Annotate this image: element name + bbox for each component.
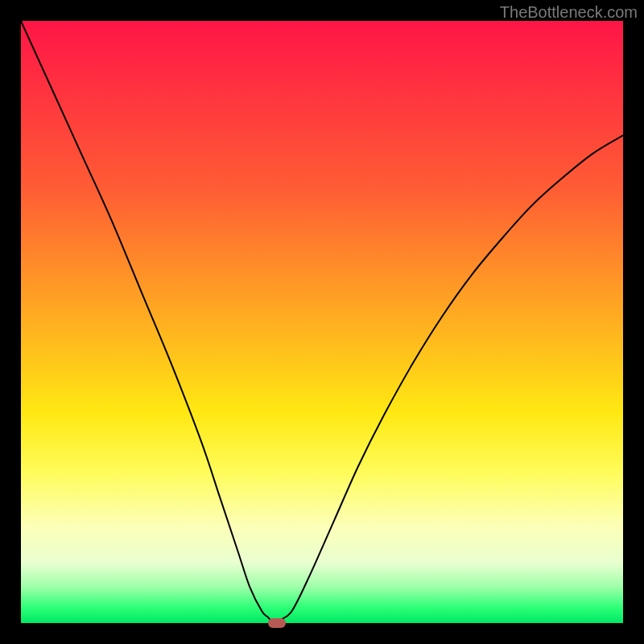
minimum-marker: [268, 618, 286, 628]
plot-area: [21, 21, 623, 623]
bottleneck-curve-path: [21, 21, 623, 623]
chart-frame: TheBottleneck.com: [0, 0, 644, 644]
watermark-text: TheBottleneck.com: [500, 3, 638, 22]
curve-svg: [21, 21, 623, 623]
